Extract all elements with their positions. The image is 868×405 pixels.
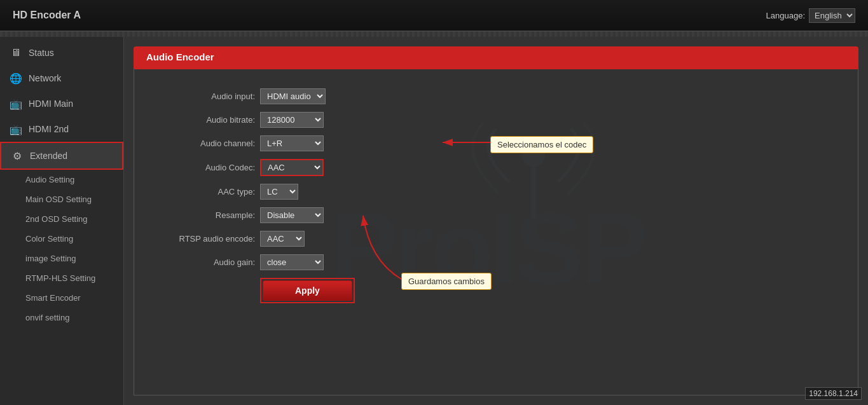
sidebar-subitem-onvif[interactable]: onvif setting [0,308,123,327]
app-title: HD Encoder A [13,10,81,21]
sidebar-item-extended[interactable]: ⚙ Extended [0,142,123,170]
label-rtsp-audio: RTSP audio encode: [160,234,255,244]
form-row-audio-bitrate: Audio bitrate: 64000 128000 256000 [160,112,832,128]
sidebar-label-extended: Extended [30,151,67,161]
select-audio-channel[interactable]: L+R Left Right [260,135,324,151]
sidebar-subitem-audio-setting[interactable]: Audio Setting [0,170,123,189]
select-audio-gain[interactable]: close low medium high [260,254,324,270]
form-row-apply: Apply [160,278,832,303]
main-layout: 🖥 Status 🌐 Network 📺 HDMI Main 📺 HDMI 2n… [0,37,868,405]
label-audio-channel: Audio channel: [160,139,255,148]
header: HD Encoder A Language: English [0,0,868,32]
form-row-audio-input: Audio input: HDMI audio Line In [160,88,832,104]
sidebar-label-hdmi-main: HDMI Main [29,99,73,109]
select-audio-codec[interactable]: AAC MP3 G711 [260,159,324,176]
form-area: Audio input: HDMI audio Line In Audio bi… [134,82,858,317]
sidebar: 🖥 Status 🌐 Network 📺 HDMI Main 📺 HDMI 2n… [0,37,124,405]
arrow-codec [439,133,497,152]
tab-audio-encoder[interactable]: Audio Encoder [134,46,858,67]
sidebar-subitem-image-setting[interactable]: image Setting [0,249,123,268]
form-row-rtsp-audio: RTSP audio encode: AAC MP3 [160,231,832,247]
label-audio-codec: Audio Codec: [160,163,255,172]
sidebar-subitem-smart-encoder[interactable]: Smart Encoder [0,288,123,308]
sidebar-subitem-2nd-osd[interactable]: 2nd OSD Setting [0,209,123,229]
main-content: ProISP Audio Encoder Audio input: HDMI a… [124,37,868,405]
monitor-icon: 🖥 [10,46,22,59]
annotation-save: Guardamos cambios [401,273,492,290]
select-audio-input[interactable]: HDMI audio Line In [260,88,326,104]
select-rtsp-audio[interactable]: AAC MP3 [260,231,305,247]
label-aac-type: AAC type: [160,187,255,196]
sidebar-item-network[interactable]: 🌐 Network [0,65,123,91]
sidebar-subitem-main-osd[interactable]: Main OSD Setting [0,189,123,209]
form-row-audio-gain: Audio gain: close low medium high [160,254,832,270]
sidebar-item-status[interactable]: 🖥 Status [0,40,123,65]
label-audio-input: Audio input: [160,92,255,101]
sidebar-item-hdmi-main[interactable]: 📺 HDMI Main [0,91,123,116]
language-label: Language: [766,11,805,20]
form-row-aac-type: AAC type: LC HE [160,184,832,200]
label-audio-bitrate: Audio bitrate: [160,115,255,125]
sidebar-label-hdmi-2nd: HDMI 2nd [29,124,69,134]
sidebar-label-status: Status [29,48,54,58]
sidebar-label-network: Network [29,73,61,83]
sidebar-subitem-color-setting[interactable]: Color Setting [0,229,123,249]
gear-icon: ⚙ [11,149,24,162]
select-audio-bitrate[interactable]: 64000 128000 256000 [260,112,324,128]
select-resample[interactable]: Disable Enable [260,207,324,223]
language-dropdown[interactable]: English [809,8,855,23]
select-aac-type[interactable]: LC HE [260,184,298,200]
form-row-resample: Resample: Disable Enable [160,207,832,223]
ip-address: 192.168.1.214 [805,387,862,400]
sidebar-item-hdmi-2nd[interactable]: 📺 HDMI 2nd [0,116,123,142]
language-selector: Language: English [766,8,855,23]
label-audio-gain: Audio gain: [160,257,255,267]
subheader-divider [0,32,868,37]
globe-icon: 🌐 [10,72,22,85]
label-resample: Resample: [160,210,255,220]
hdmi-main-icon: 📺 [10,97,22,110]
content-panel: Audio input: HDMI audio Line In Audio bi… [134,67,858,395]
form-row-audio-codec: Audio Codec: AAC MP3 G711 [160,159,832,176]
hdmi-2nd-icon: 📺 [10,123,22,135]
apply-button[interactable]: Apply [263,280,352,301]
sidebar-subitem-rtmp-hls[interactable]: RTMP-HLS Setting [0,268,123,288]
annotation-codec: Seleccionamos el codec [490,136,593,153]
